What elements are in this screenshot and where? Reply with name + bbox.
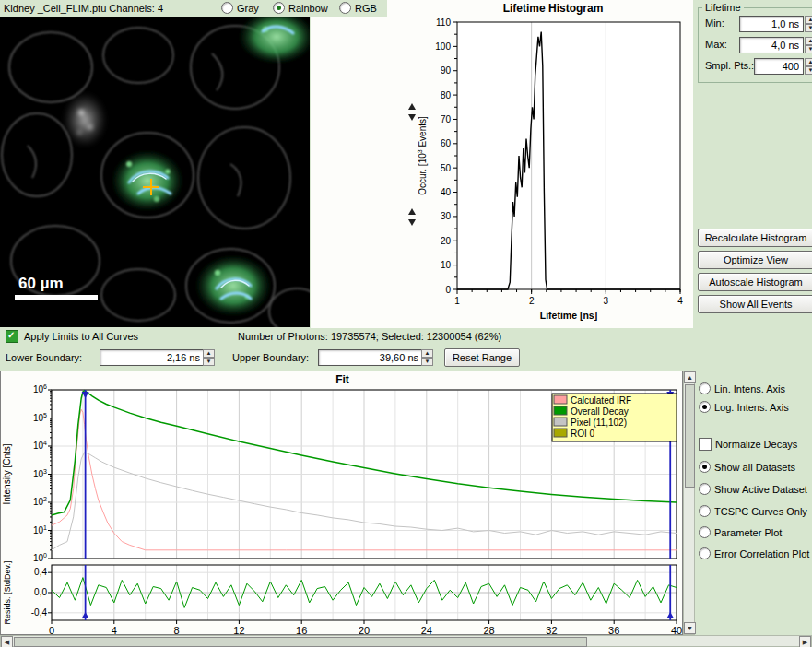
scroll-down-icon[interactable]: ▼ [684, 622, 696, 634]
svg-text:8: 8 [174, 625, 180, 634]
lower-boundary-input[interactable] [100, 349, 205, 366]
status-bar: Apply Limits to All Curves Number of Pho… [0, 330, 812, 345]
svg-text:16: 16 [296, 625, 307, 634]
svg-text:80: 80 [441, 90, 452, 100]
bright-cell [63, 92, 107, 147]
flim-analysis-window: Kidney _Cell_FLIM.ptu Channels: 4 Gray R… [0, 0, 812, 647]
svg-text:32: 32 [546, 625, 557, 634]
residuals-y-axis-label: Resids. [StdDev.] [3, 561, 12, 625]
scale-bar-label: 60 µm [18, 275, 64, 292]
svg-text:2: 2 [529, 296, 535, 306]
radio-icon [699, 526, 711, 538]
sample-points-input[interactable] [754, 58, 804, 75]
top-bar: Kidney _Cell_FLIM.ptu Channels: 4 Gray R… [0, 0, 387, 17]
spin-up-icon[interactable]: ▲ [805, 58, 812, 66]
apply-limits-label: Apply Limits to All Curves [24, 331, 138, 342]
show-all-events-button[interactable]: Show All Events [698, 295, 812, 313]
option-normalize-decays[interactable]: Normalize Decays [699, 438, 797, 451]
kidney-cell-flim-image[interactable]: 60 µm [0, 17, 310, 327]
display-mode-gray[interactable]: Gray [221, 2, 259, 14]
upper-boundary-label: Upper Boundary: [232, 352, 309, 363]
spin-up-icon[interactable]: ▲ [203, 349, 215, 358]
file-title: Kidney _Cell_FLIM.ptu Channels: 4 [4, 3, 163, 14]
svg-text:70: 70 [441, 114, 452, 124]
option-show-active-dataset[interactable]: Show Active Dataset [699, 483, 807, 495]
option-parameter-plot[interactable]: Parameter Plot [699, 526, 782, 538]
svg-text:-0,4: -0,4 [31, 607, 48, 618]
scroll-up-icon[interactable]: ▲ [684, 371, 696, 383]
display-mode-label: RGB [355, 3, 377, 14]
svg-text:Calculated IRF: Calculated IRF [571, 395, 631, 406]
svg-text:10: 10 [441, 260, 452, 270]
spin-down-icon[interactable]: ▼ [203, 358, 215, 366]
spin-up-icon[interactable]: ▲ [421, 349, 433, 358]
photon-count-text: Number of Photons: 19735574; Selected: 1… [238, 331, 501, 342]
display-mode-rgb[interactable]: RGB [339, 2, 377, 14]
recalculate-histogram-button[interactable]: Recalculate Histogram [698, 229, 812, 247]
svg-text:50: 50 [441, 163, 452, 173]
apply-limits-toggle[interactable]: Apply Limits to All Curves [6, 330, 138, 343]
max-spinner[interactable]: ▲▼ [805, 37, 812, 53]
radio-icon [699, 461, 711, 473]
svg-text:20: 20 [359, 625, 370, 634]
reset-range-button[interactable]: Reset Range [444, 348, 520, 367]
svg-text:1: 1 [454, 296, 460, 306]
radio-icon [699, 505, 711, 517]
radio-icon [273, 2, 285, 14]
svg-text:103: 103 [33, 468, 47, 479]
svg-text:ROI 0: ROI 0 [571, 429, 595, 439]
option-show-all-datasets[interactable]: Show all Datasets [699, 461, 795, 473]
scale-bar [15, 295, 98, 300]
svg-text:12: 12 [233, 625, 244, 634]
hist-y-axis-label: Occur. [103 Events] [417, 116, 428, 195]
scroll-thumb[interactable] [685, 384, 695, 488]
svg-text:0: 0 [445, 285, 451, 295]
lower-boundary-spinner[interactable]: ▲▼ [203, 349, 215, 366]
min-lifetime-input[interactable] [739, 16, 804, 32]
optimize-view-button[interactable]: Optimize View [698, 251, 812, 269]
svg-text:105: 105 [33, 412, 47, 423]
fit-horizontal-scrollbar[interactable]: ◀ ▶ [0, 635, 812, 647]
option-error-correlation-plot[interactable]: Error Correlation Plot [699, 547, 809, 559]
svg-text:28: 28 [483, 625, 494, 634]
upper-boundary-spinner[interactable]: ▲▼ [421, 349, 433, 366]
spin-down-icon[interactable]: ▼ [805, 24, 812, 32]
svg-text:3: 3 [604, 296, 609, 306]
fit-title: Fit [1, 373, 684, 386]
autoscale-histogram-button[interactable]: Autoscale Histogram [698, 273, 812, 291]
spin-up-icon[interactable]: ▲ [805, 37, 812, 45]
max-lifetime-input[interactable] [739, 37, 804, 53]
display-mode-rainbow[interactable]: Rainbow [273, 2, 328, 14]
microscopy-image[interactable]: 60 µm [0, 17, 310, 327]
fit-legend[interactable]: Calculated IRFOverall DecayPixel (11,102… [552, 394, 677, 441]
hist-plot-area [457, 22, 680, 289]
scroll-thumb[interactable] [14, 637, 587, 647]
min-label: Min: [705, 18, 724, 29]
sample-points-spinner[interactable]: ▲▼ [805, 58, 812, 75]
scroll-left-icon[interactable]: ◀ [1, 636, 13, 647]
svg-text:0,4: 0,4 [34, 567, 47, 577]
fit-vertical-scrollbar[interactable]: ▲ ▼ [683, 371, 695, 635]
svg-text:110: 110 [436, 18, 451, 28]
sample-points-label: Smpl. Pts.: [705, 60, 754, 71]
svg-text:30: 30 [441, 211, 452, 221]
option-log-intens-axis[interactable]: Log. Intens. Axis [699, 401, 789, 413]
option-tcspc-curves-only[interactable]: TCSPC Curves Only [699, 505, 807, 517]
upper-boundary-input[interactable] [318, 349, 423, 366]
spin-down-icon[interactable]: ▼ [421, 358, 433, 366]
spin-up-icon[interactable]: ▲ [805, 16, 812, 24]
svg-text:40: 40 [671, 625, 682, 634]
svg-text:101: 101 [33, 524, 47, 535]
scroll-right-icon[interactable]: ▶ [799, 636, 811, 647]
lifetime-group-title: Lifetime [702, 2, 744, 13]
svg-text:102: 102 [33, 496, 47, 507]
radio-icon [339, 2, 351, 14]
option-lin-intens-axis[interactable]: Lin. Intens. Axis [699, 382, 785, 394]
spin-down-icon[interactable]: ▼ [805, 45, 812, 53]
svg-text:104: 104 [33, 440, 47, 451]
min-spinner[interactable]: ▲▼ [805, 16, 812, 32]
boundary-bar: Lower Boundary: ▲▼ Upper Boundary: ▲▼ Re… [0, 348, 812, 369]
spin-down-icon[interactable]: ▼ [805, 66, 812, 75]
fit-panel: Fit 1001011021031041051060,40,0-0,404812… [0, 371, 683, 635]
checkbox-icon [699, 438, 712, 451]
